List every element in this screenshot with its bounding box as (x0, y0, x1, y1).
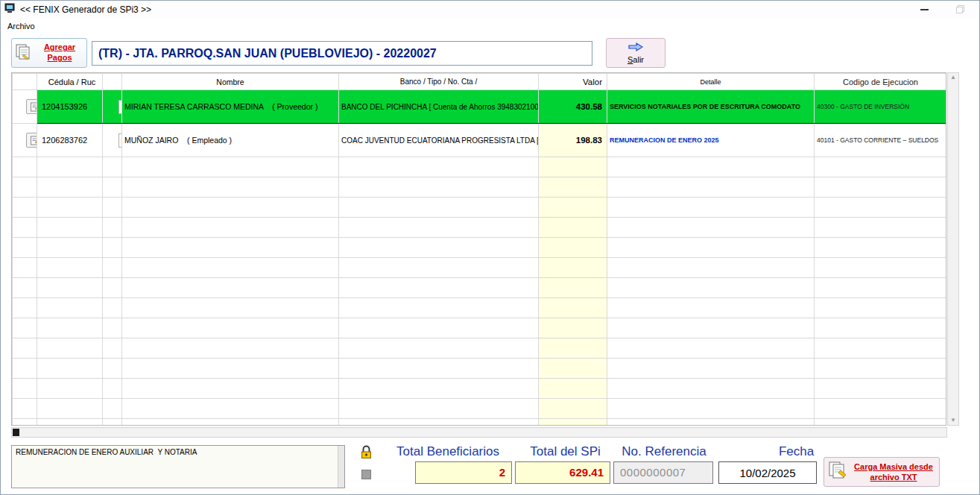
window-title: << FENIX Generador de SPi3 >> (20, 4, 151, 15)
table-row-empty (13, 338, 947, 359)
edit-icon (30, 135, 37, 146)
carga-masiva-icon (828, 461, 849, 483)
lock-button[interactable] (358, 445, 373, 461)
header-cedula: Cédula / Ruc (37, 74, 103, 90)
agregar-pagos-icon (15, 42, 33, 64)
note-scrollbar[interactable] (338, 446, 344, 488)
valor-cell[interactable]: 198.83 (539, 124, 607, 157)
table-row-empty (13, 318, 947, 338)
table-row-empty (13, 157, 947, 177)
total-spi-label: Total del SPi (519, 444, 612, 459)
carga-masiva-label: Carga Masiva desde archivo TXT (852, 461, 935, 483)
referencia-value: 0000000007 (613, 461, 713, 484)
fenix-spi-window: { "window": { "title": "<< FENIX Generad… (0, 0, 980, 495)
cedula-cell[interactable]: 1204153926 (37, 90, 103, 124)
referencia-label: No. Referencia (613, 444, 715, 459)
valor-cell[interactable]: 430.58 (539, 90, 607, 124)
carga-masiva-button[interactable]: Carga Masiva desde archivo TXT (823, 457, 940, 487)
header-delete-col (103, 74, 122, 90)
payments-grid: Cédula / Ruc Nombre Banco / Tipo / No. C… (11, 72, 946, 426)
table-row-empty (13, 298, 947, 318)
header-icon-col (13, 74, 37, 90)
minimize-icon (920, 9, 929, 10)
table-row-empty (13, 177, 947, 198)
horizontal-scrollbar[interactable] (11, 427, 947, 438)
lock-icon (360, 445, 373, 459)
fecha-field[interactable] (718, 461, 817, 484)
codigo-cell[interactable]: 40300 - GASTO DE INVERSIÓN (815, 90, 947, 124)
menu-archivo[interactable]: Archivo (1, 19, 42, 33)
note-textarea[interactable]: REMUNERACION DE ENERO AUXILIAR Y NOTARIA (11, 445, 345, 488)
scroll-down-icon: ▼ (950, 417, 956, 423)
banco-cell[interactable]: COAC JUVENTUD ECUATORIANA PROGRESISTA LT… (339, 124, 539, 157)
cedula-cell[interactable]: 1206283762 (37, 124, 103, 157)
titlebar: << FENIX Generador de SPi3 >> (1, 1, 979, 19)
detalle-cell[interactable]: SERVICIOS NOTARIALES POR DE ESCRITURA CO… (607, 90, 815, 124)
checkbox-indicator[interactable] (361, 470, 371, 479)
table-row-empty (13, 399, 947, 419)
table-row-empty (13, 198, 947, 218)
header-valor: Valor (539, 74, 607, 90)
entity-title-field[interactable] (92, 41, 592, 66)
table-row-empty (13, 218, 947, 238)
app-icon (4, 3, 16, 17)
total-beneficiarios-value: 2 (415, 461, 512, 484)
scroll-up-icon: ▲ (950, 75, 956, 81)
agregar-pagos-label: Agregar Pagos (36, 42, 83, 63)
header-nombre: Nombre (122, 74, 339, 90)
edit-icon (30, 101, 37, 113)
table-row-empty (13, 359, 947, 379)
maximize-button[interactable] (948, 1, 972, 17)
table-row-empty (13, 379, 947, 399)
menubar: Archivo (1, 19, 979, 34)
nombre-cell[interactable]: MUÑOZ JAIRO ( Empleado ) (122, 124, 339, 157)
restore-icon (955, 4, 965, 14)
delete-row-button[interactable] (118, 100, 121, 114)
total-beneficiarios-label: Total Beneficiarios (381, 444, 515, 459)
table-row: 1206283762 MUÑOZ JAIRO ( Empleado ) COAC… (13, 124, 947, 157)
detalle-cell[interactable]: REMUNERACION DE ENERO 2025 (607, 124, 815, 157)
nombre-cell[interactable]: MIRIAN TERESA CARRASCO MEDINA ( Proveedo… (122, 90, 339, 124)
salir-label: Salir (627, 55, 644, 64)
codigo-cell[interactable]: 40101 - GASTO CORRIENTE – SUELDOS (815, 124, 947, 157)
salir-button[interactable]: Salir (606, 38, 666, 68)
table-row: 1204153926 MIRIAN TERESA CARRASCO MEDINA… (13, 90, 947, 124)
grid-body: 1204153926 MIRIAN TERESA CARRASCO MEDINA… (13, 90, 947, 426)
table-row-empty (13, 258, 947, 278)
minimize-button[interactable] (912, 1, 936, 17)
exit-arrow-icon (627, 42, 644, 54)
edit-row-button[interactable] (26, 133, 37, 148)
header-codigo: Codigo de Ejecucion (815, 74, 947, 90)
horizontal-scroll-thumb[interactable] (13, 429, 19, 436)
delete-row-button[interactable] (118, 133, 121, 148)
vertical-scrollbar[interactable]: ▲ ▼ (947, 72, 959, 426)
total-spi-value: 629.41 (515, 461, 610, 484)
table-row-empty (13, 419, 947, 426)
header-detalle: Detalle (607, 74, 815, 90)
table-row-empty (13, 278, 947, 298)
table-row-empty (13, 238, 947, 258)
grid-header-row: Cédula / Ruc Nombre Banco / Tipo / No. C… (13, 74, 947, 90)
header-banco: Banco / Tipo / No. Cta / (339, 74, 539, 90)
banco-cell[interactable]: BANCO DEL PICHINCHA [ Cuenta de Ahorros … (339, 90, 539, 124)
edit-row-button[interactable] (26, 99, 37, 114)
agregar-pagos-button[interactable]: Agregar Pagos (11, 38, 87, 68)
